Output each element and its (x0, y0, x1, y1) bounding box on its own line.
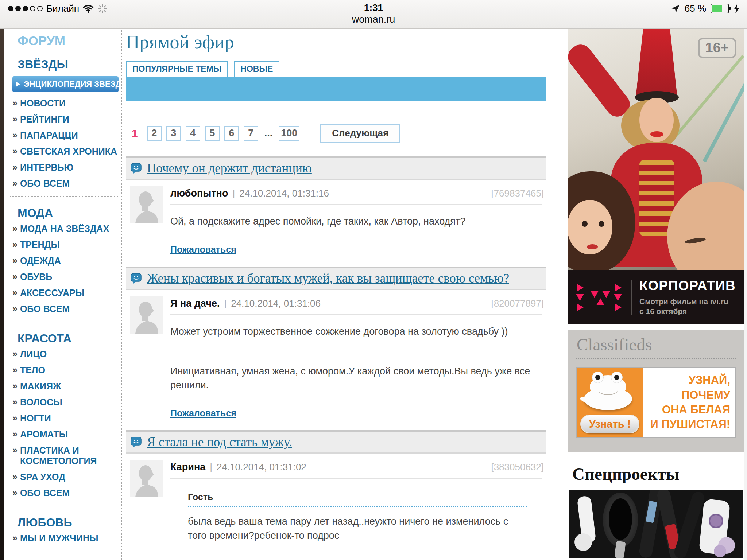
ad-text-line: ОНА БЕЛАЯ (662, 402, 730, 417)
avatar (130, 186, 163, 223)
post-title-link[interactable]: Я стала не под стать мужу. (147, 435, 292, 450)
page-left-edge (0, 28, 4, 560)
sidebar-item[interactable]: » ЛИЦО (12, 349, 121, 359)
classifieds-ad-banner[interactable]: Узнать ! УЗНАЙ, ПОЧЕМУ ОНА БЕЛАЯ И ПУШИС… (576, 367, 736, 438)
sidebar-item-label: ОДЕЖДА (20, 256, 61, 266)
sidebar-item[interactable]: » ОБО ВСЕМ (12, 488, 121, 498)
double-chevron-icon: » (12, 365, 17, 375)
learn-more-button[interactable]: Узнать ! (580, 415, 639, 433)
pagination-page-button[interactable]: 6 (224, 126, 239, 141)
sidebar-item-label: ТРЕНДЫ (20, 240, 60, 250)
tab-new[interactable]: НОВЫЕ (234, 61, 279, 77)
double-chevron-icon: » (12, 349, 17, 359)
photo-shape (582, 221, 588, 227)
url-bar[interactable]: woman.ru (0, 14, 747, 25)
sidebar-item[interactable]: » АКСЕССУАРЫ (12, 288, 121, 298)
sidebar-separator (10, 196, 118, 197)
sidebar-list-love: » МЫ И МУЖЧИНЫ (12, 533, 121, 544)
pagination-pages: 2 3 4 5 6 7 (147, 126, 258, 141)
sidebar-item[interactable]: » ОБУВЬ (12, 272, 121, 282)
pagination-next-button[interactable]: Следующая (320, 124, 400, 143)
sidebar-item-label: МОДА НА ЗВЁЗДАХ (20, 223, 109, 234)
quoted-message: Гость была ведь ваша тема пару лет назад… (188, 492, 527, 543)
ad-text-line: УЗНАЙ, ПОЧЕМУ (643, 373, 730, 402)
sidebar-item[interactable]: » ТРЕНДЫ (12, 240, 121, 250)
tabs-accent-bar (126, 77, 546, 101)
post-timestamp: 24.10.2014, 01:31:02 (217, 462, 306, 473)
sidebar-item-label: ИНТЕРВЬЮ (20, 162, 73, 173)
post-title-bar: Жены красивых и богатых мужей, как вы за… (126, 267, 546, 290)
sidebar-item[interactable]: » МОДА НА ЗВЁЗДАХ (12, 223, 121, 234)
post-title-link[interactable]: Почему он держит дистанцию (147, 161, 312, 176)
photo-shape (599, 221, 604, 227)
selected-arrow-icon (16, 82, 20, 87)
report-link[interactable]: Пожаловаться (170, 244, 236, 255)
forum-post: Я стала не под стать мужу. [383050632] К… (126, 430, 546, 560)
post-body: [820077897] Я на даче. | 24.10.2014, 01:… (126, 290, 546, 421)
quote-text: была ведь ваша тема пару лет назад..неуж… (188, 514, 527, 543)
movie-ad-photo: 16+ (568, 28, 744, 270)
sidebar-item[interactable]: » ОБО ВСЕМ (12, 304, 121, 314)
sidebar-item[interactable]: » НОГТИ (12, 413, 121, 424)
sidebar-item[interactable]: » ОДЕЖДА (12, 256, 121, 266)
divider-line (170, 478, 542, 479)
sidebar-list-stars: » НОВОСТИ » РЕЙТИНГИ » ПАПАРАЦЦИ » СВЕТС… (12, 98, 121, 189)
sidebar-item-label: ЛИЦО (20, 349, 47, 359)
pagination: 1 2 3 4 5 6 7 ... 100 Следующая (126, 124, 546, 143)
gadget-shape (709, 514, 723, 528)
sidebar-item[interactable]: » МАКИЯЖ (12, 381, 121, 392)
meta-separator: | (210, 462, 212, 473)
sidebar-item[interactable]: » ПЛАСТИКА И КОСМЕТОЛОГИЯ (12, 445, 121, 466)
forum-sidebar: ФОРУМ ЗВЁЗДЫ ЭНЦИКЛОПЕДИЯ ЗВЕЗД » НОВОСТ… (4, 28, 122, 560)
pagination-page-button[interactable]: 3 (166, 126, 181, 141)
sidebar-item[interactable]: » ОБО ВСЕМ (12, 178, 121, 189)
movie-title: КОРПОРАТИВ (639, 278, 736, 293)
beauty-gadgets-image[interactable] (569, 490, 743, 558)
sidebar-item[interactable]: » АРОМАТЫ (12, 429, 121, 440)
pagination-page-button[interactable]: 4 (186, 126, 200, 141)
clock-label: 1:31 (0, 2, 747, 13)
sidebar-item-label: НОВОСТИ (20, 98, 66, 109)
pagination-last-page-button[interactable]: 100 (279, 126, 299, 141)
sidebar-item[interactable]: » ВОЛОСЫ (12, 397, 121, 408)
post-meta-row: любопытно | 24.10.2014, 01:31:16 (170, 186, 542, 199)
post-title-bar: Почему он держит дистанцию (126, 156, 546, 180)
sidebar-heading-fashion[interactable]: МОДА (18, 206, 121, 220)
sidebar-item[interactable]: » СВЕТСКАЯ ХРОНИКА (12, 146, 121, 157)
charging-bolt-icon (733, 4, 740, 13)
sidebar-item[interactable]: » РЕЙТИНГИ (12, 114, 121, 125)
sidebar-item[interactable]: » НОВОСТИ (12, 98, 121, 109)
feed-tabs: ПОПУЛЯРНЫЕ ТЕМЫ НОВЫЕ (126, 61, 546, 77)
sidebar-item[interactable]: » ТЕЛО (12, 365, 121, 376)
pagination-page-button[interactable]: 2 (147, 126, 162, 141)
pagination-page-button[interactable]: 7 (244, 126, 258, 141)
double-chevron-icon: » (12, 114, 17, 124)
pagination-page-button[interactable]: 5 (205, 126, 220, 141)
double-chevron-icon: » (12, 304, 17, 314)
sidebar-heading-beauty[interactable]: КРАСОТА (18, 332, 121, 345)
double-chevron-icon: » (12, 429, 17, 439)
sidebar-heading-stars[interactable]: ЗВЁЗДЫ (18, 58, 121, 71)
classifieds-ad-text: УЗНАЙ, ПОЧЕМУ ОНА БЕЛАЯ И ПУШИСТАЯ! (643, 368, 735, 437)
sidebar-item-selected[interactable]: ЭНЦИКЛОПЕДИЯ ЗВЕЗД (12, 76, 119, 92)
post-title-link[interactable]: Жены красивых и богатых мужей, как вы за… (147, 271, 509, 286)
sidebar-item-label: ОБО ВСЕМ (20, 304, 70, 314)
post-timestamp: 24.10.2014, 01:31:16 (239, 188, 329, 199)
sidebar-item[interactable]: » ПАПАРАЦЦИ (12, 130, 121, 141)
sidebar-item[interactable]: » SPA УХОД (12, 472, 121, 482)
post-id: [820077897] (491, 298, 544, 309)
sidebar-title: ФОРУМ (18, 34, 121, 48)
movie-subtitle-1: Смотри фильм на ivi.ru (639, 296, 736, 306)
sidebar-item[interactable]: » ИНТЕРВЬЮ (12, 162, 121, 173)
movie-subtitle-2: с 16 октября (639, 306, 736, 316)
special-projects-heading: Спецпроекты (572, 464, 743, 484)
sidebar-item-label: СВЕТСКАЯ ХРОНИКА (20, 146, 117, 157)
tab-popular-topics[interactable]: ПОПУЛЯРНЫЕ ТЕМЫ (126, 61, 228, 77)
footer-divider (631, 280, 632, 315)
sidebar-item[interactable]: » МЫ И МУЖЧИНЫ (12, 533, 121, 544)
scrollbar-track[interactable] (744, 28, 747, 560)
sidebar-heading-love[interactable]: ЛЮБОВЬ (18, 516, 121, 529)
report-link[interactable]: Пожаловаться (170, 408, 236, 419)
pagination-current-page: 1 (132, 127, 138, 140)
movie-ad-banner[interactable]: 16+ КОРПОРАТИВ Смотри фильм на ivi.ru с … (568, 28, 744, 324)
